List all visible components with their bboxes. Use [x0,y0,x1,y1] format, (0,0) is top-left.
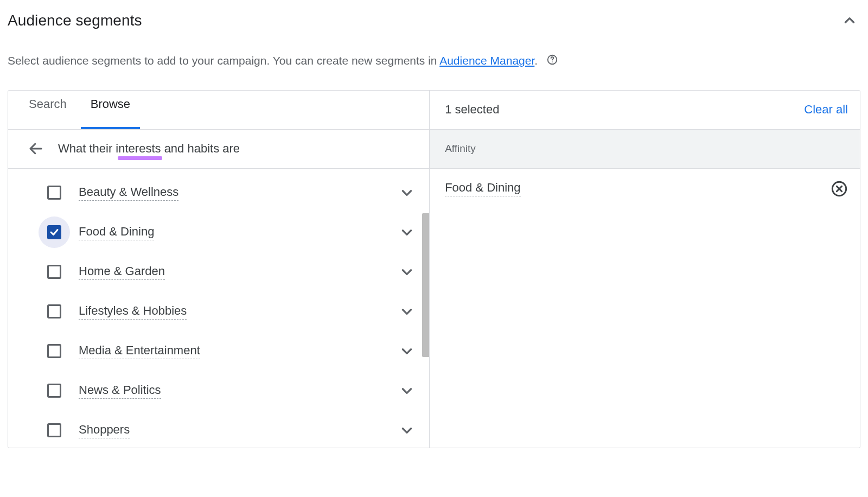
tab-search[interactable]: Search [28,91,68,129]
tab-browse[interactable]: Browse [90,91,131,129]
list-item[interactable]: Shoppers [8,411,429,448]
highlight-annotation [118,156,162,160]
chevron-down-icon [400,344,414,358]
category-list-scroll[interactable]: Beauty & Wellness [8,169,429,448]
list-item[interactable]: Lifestyles & Hobbies [8,292,429,332]
question-circle-icon [546,54,558,66]
category-label: News & Politics [79,383,161,399]
audience-manager-link[interactable]: Audience Manager [439,54,534,67]
arrow-left-icon [28,141,44,157]
category-label: Home & Garden [79,264,165,280]
breadcrumb-text: What their interests and habits are [58,142,240,156]
list-item[interactable]: Home & Garden [8,252,429,292]
selection-group-header: Affinity [430,130,860,169]
category-checkbox[interactable] [47,423,61,437]
expand-category-button[interactable] [400,265,414,279]
breadcrumb-label: What their interests and habits are [58,142,240,155]
svg-point-1 [552,61,553,62]
breadcrumb-back-button[interactable] [28,141,44,157]
category-checkbox[interactable] [47,225,61,239]
expand-category-button[interactable] [400,304,414,318]
category-label: Lifestyles & Hobbies [79,304,187,320]
category-checkbox[interactable] [47,344,61,358]
category-label: Shoppers [79,423,130,438]
category-checkbox[interactable] [47,186,61,200]
remove-selected-button[interactable] [831,180,848,197]
expand-category-button[interactable] [400,186,414,200]
selected-item-label: Food & Dining [445,181,520,196]
category-checkbox[interactable] [47,304,61,318]
category-checkbox[interactable] [47,384,61,398]
checkmark-icon [49,227,59,237]
selected-count: 1 selected [445,103,499,117]
expand-category-button[interactable] [400,384,414,398]
chevron-down-icon [400,384,414,398]
chevron-down-icon [400,423,414,437]
subtitle-suffix: . [534,54,538,67]
segments-panel: Search Browse What their interests and h… [8,90,860,448]
list-item[interactable]: News & Politics [8,371,429,411]
close-circle-icon [831,180,848,197]
selected-item-row: Food & Dining [430,169,860,209]
breadcrumb: What their interests and habits are [8,130,429,169]
category-label: Media & Entertainment [79,343,200,359]
chevron-down-icon [400,265,414,279]
selection-column: 1 selected Clear all Affinity Food & Din… [430,91,860,448]
selection-header: 1 selected Clear all [430,91,860,130]
category-label: Beauty & Wellness [79,185,178,201]
clear-all-button[interactable]: Clear all [804,103,848,117]
chevron-down-icon [400,304,414,318]
browse-column: Search Browse What their interests and h… [8,91,430,448]
scrollbar-thumb[interactable] [422,213,429,357]
expand-category-button[interactable] [400,225,414,239]
chevron-down-icon [400,225,414,239]
tabs-bar: Search Browse [8,91,429,130]
page-title: Audience segments [8,12,142,29]
collapse-panel-button[interactable] [839,10,860,31]
expand-category-button[interactable] [400,423,414,437]
page-subtitle: Select audience segments to add to your … [8,52,860,69]
list-item[interactable]: Media & Entertainment [8,332,429,371]
category-label: Food & Dining [79,225,154,240]
category-list: Beauty & Wellness [8,169,429,448]
list-item[interactable]: Beauty & Wellness [8,173,429,213]
category-checkbox[interactable] [47,265,61,279]
chevron-down-icon [400,186,414,200]
expand-category-button[interactable] [400,344,414,358]
subtitle-prefix: Select audience segments to add to your … [8,54,439,67]
list-item[interactable]: Food & Dining [8,213,429,252]
chevron-up-icon [843,14,857,28]
help-button[interactable] [546,54,558,66]
